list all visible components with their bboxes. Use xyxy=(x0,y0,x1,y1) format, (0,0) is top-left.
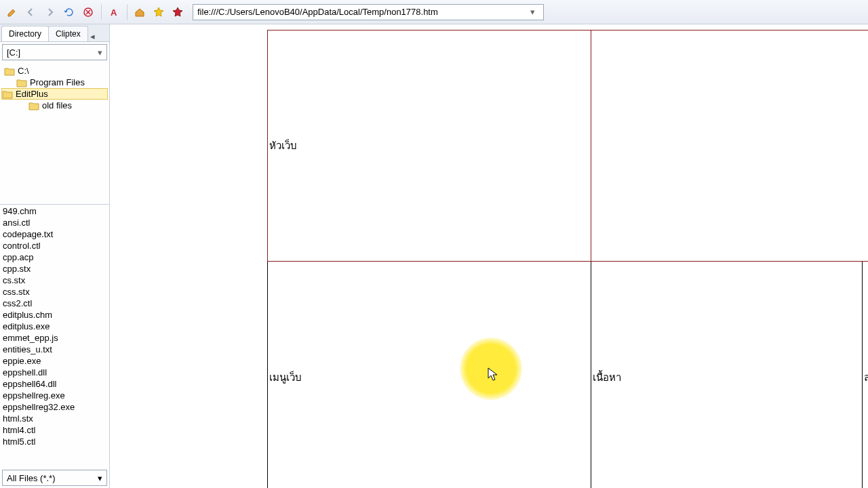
filter-label: All Files (*.*) xyxy=(7,473,56,483)
bookmark-icon[interactable] xyxy=(170,4,186,20)
cell-header: หัวเว็บ xyxy=(267,30,591,262)
back-icon[interactable] xyxy=(23,4,39,20)
tree-label: Program Files xyxy=(30,77,85,87)
file-item[interactable]: ansi.ctl xyxy=(1,217,108,228)
stop-icon[interactable] xyxy=(80,4,96,20)
file-item[interactable]: cpp.acp xyxy=(1,251,108,263)
file-item[interactable]: html5.ctl xyxy=(1,436,108,447)
browser-view: หัวเว็บ เมนูเว็บ เนื้อหา ล xyxy=(110,24,868,488)
home-icon[interactable] xyxy=(132,4,148,20)
separator xyxy=(100,4,102,20)
tree-label: EditPlus xyxy=(16,89,48,99)
file-item[interactable]: entities_u.txt xyxy=(1,344,108,355)
forward-icon[interactable] xyxy=(42,4,58,20)
toolbar: A ▾ xyxy=(0,0,868,24)
sidebar: Directory Cliptex ◂ [C:] ▾ C:\Program Fi… xyxy=(0,24,110,488)
file-item[interactable]: cs.stx xyxy=(1,274,108,286)
tree-item[interactable]: C:\ xyxy=(1,65,108,77)
file-item[interactable]: codepage.txt xyxy=(1,228,108,240)
tree-label: C:\ xyxy=(18,66,29,76)
sidebar-tabs: Directory Cliptex ◂ xyxy=(0,24,109,42)
folder-tree: C:\Program FilesEditPlusold files xyxy=(0,62,109,205)
tree-item[interactable]: EditPlus xyxy=(1,88,108,100)
cell-menu: เมนูเว็บ xyxy=(267,262,591,488)
tree-item[interactable]: Program Files xyxy=(1,77,108,88)
separator xyxy=(126,4,127,20)
tab-cliptext[interactable]: Cliptex xyxy=(48,26,88,41)
file-item[interactable]: eppshell64.dll xyxy=(1,378,108,390)
file-item[interactable]: eppie.exe xyxy=(1,355,108,367)
font-icon[interactable]: A xyxy=(106,4,122,20)
tab-scroll-icon[interactable]: ◂ xyxy=(87,31,98,41)
cell-header-right xyxy=(591,30,868,262)
file-item[interactable]: cpp.stx xyxy=(1,263,108,274)
file-item[interactable]: css.stx xyxy=(1,286,108,298)
file-item[interactable]: html4.ctl xyxy=(1,424,108,436)
address-input[interactable] xyxy=(193,4,544,20)
drive-select[interactable]: [C:] ▾ xyxy=(2,44,107,60)
file-filter[interactable]: All Files (*.*) ▾ xyxy=(2,470,107,486)
chevron-down-icon[interactable]: ▾ xyxy=(98,47,102,58)
tree-item[interactable]: old files xyxy=(1,100,108,111)
star-icon[interactable] xyxy=(151,4,167,20)
chevron-down-icon[interactable]: ▾ xyxy=(530,7,541,18)
file-list: 949.chmansi.ctlcodepage.txtcontrol.ctlcp… xyxy=(0,205,109,468)
file-item[interactable]: emmet_epp.js xyxy=(1,332,108,344)
file-item[interactable]: html.stx xyxy=(1,413,108,424)
file-item[interactable]: 949.chm xyxy=(1,205,108,217)
file-item[interactable]: control.ctl xyxy=(1,240,108,251)
cell-content: เนื้อหา xyxy=(591,262,863,488)
file-item[interactable]: editplus.chm xyxy=(1,309,108,321)
cell-right: ล xyxy=(863,262,868,488)
tab-directory[interactable]: Directory xyxy=(1,26,49,41)
file-item[interactable]: eppshellreg.exe xyxy=(1,390,108,401)
refresh-icon[interactable] xyxy=(61,4,77,20)
address-bar[interactable]: ▾ xyxy=(193,4,544,20)
drive-label: [C:] xyxy=(7,47,20,58)
file-item[interactable]: eppshellreg32.exe xyxy=(1,401,108,413)
main: Directory Cliptex ◂ [C:] ▾ C:\Program Fi… xyxy=(0,24,868,488)
chevron-down-icon[interactable]: ▾ xyxy=(98,473,102,483)
file-item[interactable]: editplus.exe xyxy=(1,321,108,332)
svg-text:A: A xyxy=(111,7,117,18)
file-item[interactable]: css2.ctl xyxy=(1,298,108,309)
edit-icon[interactable] xyxy=(4,4,20,20)
file-item[interactable]: eppshell.dll xyxy=(1,367,108,378)
tree-label: old files xyxy=(42,100,72,110)
